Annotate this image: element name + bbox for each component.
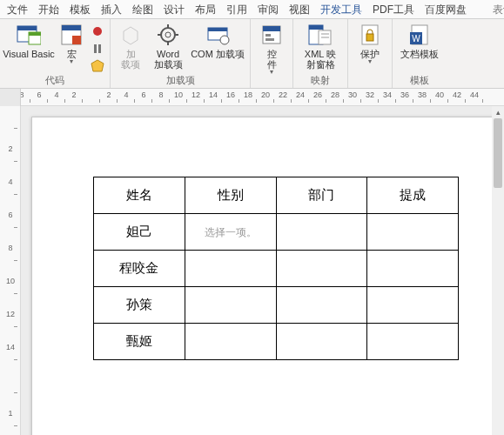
svg-marker-11 bbox=[124, 27, 138, 44]
col-dept[interactable]: 部门 bbox=[276, 177, 367, 214]
vertical-ruler[interactable]: 24681012141 bbox=[0, 106, 21, 435]
cell-name[interactable]: 程咬金 bbox=[94, 251, 185, 287]
cell-name[interactable]: 孙策 bbox=[94, 287, 185, 324]
scroll-up-arrow[interactable]: ▴ bbox=[492, 106, 504, 118]
tab-pdf[interactable]: PDF工具 bbox=[367, 0, 420, 19]
svg-rect-1 bbox=[17, 26, 37, 30]
word-addins-button[interactable]: Word 加载项 bbox=[151, 21, 185, 70]
cell-name[interactable]: 妲己 bbox=[94, 214, 185, 251]
svg-marker-10 bbox=[91, 60, 104, 71]
xml-map-icon bbox=[308, 23, 333, 47]
controls-icon bbox=[259, 23, 284, 47]
tab-file[interactable]: 文件 bbox=[2, 0, 33, 19]
xml-mapping-button[interactable]: XML 映 射窗格 bbox=[299, 21, 342, 70]
col-bonus[interactable]: 提成 bbox=[367, 177, 459, 214]
tab-review[interactable]: 审阅 bbox=[252, 0, 284, 19]
scroll-thumb[interactable] bbox=[494, 118, 502, 188]
col-gender[interactable]: 性别 bbox=[185, 177, 276, 214]
table-row[interactable]: 孙策 bbox=[94, 287, 459, 324]
tab-start[interactable]: 开始 bbox=[33, 0, 64, 19]
svg-rect-5 bbox=[62, 25, 81, 30]
tab-developer[interactable]: 开发工具 bbox=[315, 0, 367, 19]
tab-draw[interactable]: 绘图 bbox=[127, 0, 158, 19]
ruler-corner bbox=[0, 89, 21, 106]
svg-rect-9 bbox=[98, 44, 101, 53]
ruler-h-tick: 36 bbox=[399, 89, 411, 105]
tab-design[interactable]: 设计 bbox=[158, 0, 190, 19]
cell-dept[interactable] bbox=[276, 324, 367, 360]
macros-icon bbox=[59, 23, 84, 47]
cell-gender[interactable] bbox=[185, 324, 276, 360]
document-template-button[interactable]: W 文档模板 bbox=[398, 21, 441, 59]
ruler-v-tick: 14 bbox=[0, 343, 21, 351]
tab-layout[interactable]: 布局 bbox=[190, 0, 221, 19]
cell-bonus[interactable] bbox=[367, 214, 459, 251]
svg-text:W: W bbox=[412, 34, 420, 44]
ruler-h-tick: 42 bbox=[451, 89, 463, 105]
addins-icon bbox=[118, 23, 143, 47]
cell-name[interactable]: 甄姬 bbox=[94, 324, 185, 360]
table-row[interactable]: 程咬金 bbox=[94, 251, 459, 287]
col-name[interactable]: 姓名 bbox=[94, 177, 185, 214]
cell-dept[interactable] bbox=[276, 214, 367, 251]
group-code-label: 代码 bbox=[45, 74, 64, 88]
group-mapping-label: 映射 bbox=[311, 74, 330, 88]
visual-basic-button[interactable]: Visual Basic bbox=[5, 21, 52, 59]
controls-button[interactable]: 控 件 ▾ bbox=[256, 21, 287, 75]
group-code: Visual Basic 宏 ▾ 代码 bbox=[0, 19, 111, 88]
word-template-icon: W bbox=[407, 23, 432, 47]
cell-bonus[interactable] bbox=[367, 324, 459, 360]
table-row[interactable]: 妲己选择一项。 bbox=[94, 214, 459, 251]
tab-view[interactable]: 视图 bbox=[284, 0, 315, 19]
svg-rect-31 bbox=[366, 34, 373, 41]
cell-dept[interactable] bbox=[276, 287, 367, 324]
macros-button[interactable]: 宏 ▾ bbox=[57, 21, 85, 64]
ruler-h-tick: 34 bbox=[381, 89, 393, 105]
svg-rect-24 bbox=[265, 38, 274, 41]
pause-macro-icon[interactable] bbox=[91, 42, 104, 56]
tab-tpl[interactable]: 模板 bbox=[64, 0, 96, 19]
tab-baidu[interactable]: 百度网盘 bbox=[420, 0, 472, 19]
svg-point-12 bbox=[161, 28, 175, 42]
group-addins: 加 载项 Word 加载项 COM 加载项 加载项 bbox=[111, 19, 251, 88]
group-controls: 控 件 ▾ bbox=[251, 19, 293, 88]
ruler-h-tick: 26 bbox=[312, 89, 324, 105]
ruler-h-tick: 40 bbox=[433, 89, 446, 105]
ruler-h-tick: 44 bbox=[468, 89, 480, 105]
ruler-h-tick: 28 bbox=[329, 89, 341, 105]
cell-gender[interactable] bbox=[185, 251, 276, 287]
cell-bonus[interactable] bbox=[367, 287, 459, 324]
cell-gender[interactable] bbox=[185, 287, 276, 324]
tab-table-design[interactable]: 表设计 bbox=[487, 0, 504, 19]
macro-security-icon[interactable] bbox=[91, 59, 104, 73]
ruler-h-tick: 10 bbox=[172, 89, 185, 105]
svg-point-20 bbox=[220, 36, 229, 44]
cell-dept[interactable] bbox=[276, 251, 367, 287]
vertical-scrollbar[interactable]: ▴ bbox=[492, 106, 504, 435]
page-area[interactable]: 姓名 性别 部门 提成 妲己选择一项。程咬金孙策甄姬 bbox=[21, 106, 504, 435]
group-addins-label: 加载项 bbox=[166, 74, 195, 88]
macro-tools bbox=[91, 21, 104, 73]
ruler-v-tick: 6 bbox=[0, 211, 21, 219]
horizontal-ruler[interactable]: 8642246810121416182022242628303234363840… bbox=[0, 89, 504, 106]
chevron-down-icon: ▾ bbox=[70, 59, 73, 64]
menu-tabs: 文件 开始 模板 插入 绘图 设计 布局 引用 审阅 视图 开发工具 PDF工具… bbox=[0, 0, 504, 19]
table-row[interactable]: 甄姬 bbox=[94, 324, 459, 360]
document-page[interactable]: 姓名 性别 部门 提成 妲己选择一项。程咬金孙策甄姬 bbox=[31, 117, 501, 435]
tab-insert[interactable]: 插入 bbox=[96, 0, 127, 19]
document-table[interactable]: 姓名 性别 部门 提成 妲己选择一项。程咬金孙策甄姬 bbox=[93, 177, 459, 360]
ruler-h-tick: 2 bbox=[68, 89, 80, 105]
cell-bonus[interactable] bbox=[367, 251, 459, 287]
content-control-placeholder[interactable]: 选择一项。 bbox=[205, 226, 257, 238]
ruler-h-tick: 2 bbox=[103, 89, 115, 105]
gear-icon bbox=[156, 23, 180, 47]
tab-ref[interactable]: 引用 bbox=[221, 0, 252, 19]
protect-button[interactable]: 保护 ▾ bbox=[353, 21, 386, 64]
cell-gender[interactable]: 选择一项。 bbox=[185, 214, 276, 251]
record-macro-icon[interactable] bbox=[91, 24, 104, 38]
table-header-row[interactable]: 姓名 性别 部门 提成 bbox=[94, 177, 459, 214]
com-addins-button[interactable]: COM 加载项 bbox=[191, 21, 245, 59]
ruler-h-tick: 16 bbox=[225, 89, 237, 105]
ruler-h-tick: 38 bbox=[416, 89, 428, 105]
ruler-v-tick: 8 bbox=[0, 244, 21, 252]
